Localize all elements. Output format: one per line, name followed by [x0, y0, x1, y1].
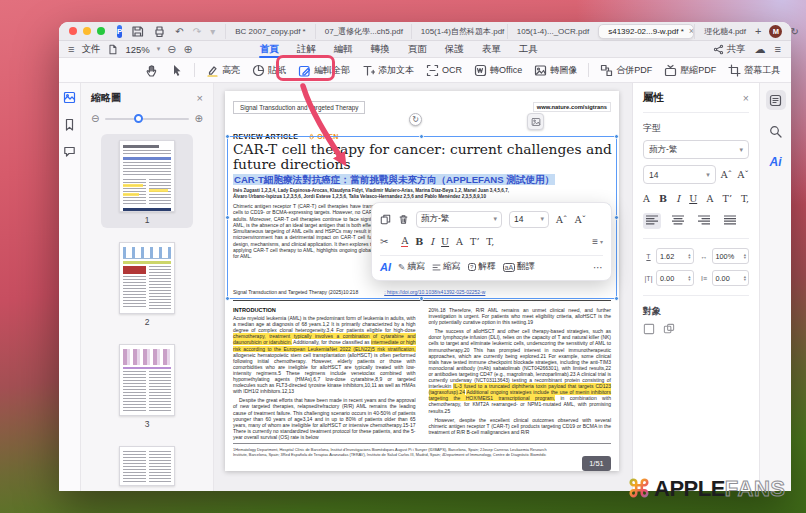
font-color-button[interactable]: A [401, 235, 408, 247]
undo-button[interactable]: ↶ [175, 26, 183, 37]
replace-image-button[interactable] [527, 113, 544, 130]
object-tool-icon[interactable] [663, 323, 675, 335]
duplicate-icon[interactable] [380, 214, 391, 225]
ai-shorten[interactable]: 縮寫 [432, 261, 461, 273]
tab-tools[interactable]: 工具 [510, 41, 547, 58]
line-height-stepper[interactable]: T 1.62 ▴▾ [643, 248, 694, 264]
props-font-size-select[interactable]: 14 ▾ [643, 165, 716, 184]
document-tab[interactable]: 105(1-4)自然科題本.pdf [411, 24, 507, 39]
align-justify-button[interactable] [721, 213, 739, 229]
props-italic-button[interactable]: I [676, 193, 680, 204]
pdf-page[interactable]: Signal Transduction and Targeted Therapy… [225, 91, 619, 471]
align-right-button[interactable] [695, 213, 713, 229]
thumbnail-page-2[interactable]: 2 [101, 236, 193, 330]
panel-toggle-icon[interactable]: ≡ [775, 43, 781, 55]
props-font-color-button[interactable]: A [643, 193, 650, 204]
file-menu[interactable]: 文件 [81, 43, 100, 56]
history-caret[interactable]: ▾ [210, 26, 215, 37]
merge-pdf-tool[interactable]: 合併PDF [600, 64, 652, 77]
decrease-font-button[interactable]: Aˇ [575, 214, 587, 225]
thumbnail-page-1[interactable]: 1 [101, 134, 193, 228]
ai-translate[interactable]: aA翻譯 [503, 261, 535, 273]
italic-button[interactable]: I [430, 236, 434, 247]
print-button[interactable] [153, 25, 166, 38]
ocr-tool[interactable]: OCR [426, 64, 462, 77]
props-underline-button[interactable]: U [689, 193, 697, 204]
char-spacing-stepper[interactable]: |T| 0.00 ▴▾ [643, 270, 694, 286]
highlight-tool[interactable]: 高亮 [206, 64, 240, 77]
document-tab[interactable]: BC 2007_copy.pdf * [225, 24, 315, 39]
rotate-handle-icon[interactable]: ↻ [409, 113, 422, 126]
ai-continue-writing[interactable]: ✎續寫 [398, 261, 425, 273]
share-button[interactable]: 共享 [713, 43, 746, 56]
props-highlight-button[interactable]: A [706, 193, 713, 204]
thumbnail-page-4[interactable] [101, 440, 193, 489]
props-decrease-font-button[interactable]: Aˇ [737, 169, 749, 180]
zoom-level[interactable]: 125% [125, 44, 149, 55]
zoom-out-button[interactable]: ⊖ [167, 43, 176, 56]
props-bold-button[interactable]: B [659, 193, 667, 204]
select-tool-icon[interactable] [170, 64, 183, 77]
ai-explain[interactable]: ?解釋 [468, 261, 496, 273]
hand-tool-icon[interactable] [145, 64, 158, 77]
screen-tool[interactable]: 螢幕工具 [728, 64, 780, 77]
maximize-window-button[interactable] [97, 27, 105, 35]
object-tool-icon[interactable] [643, 323, 655, 335]
document-tab[interactable]: 理化糖4.pdf [694, 24, 755, 39]
align-left-button[interactable] [643, 213, 661, 229]
compress-pdf-tool[interactable]: 壓縮PDF [664, 64, 716, 77]
tab-convert[interactable]: 轉換 [362, 41, 399, 58]
align-center-button[interactable] [669, 213, 687, 229]
document-tab[interactable]: 105(1-4)..._OCR.pdf [507, 24, 598, 39]
redo-button[interactable]: ↷ [193, 26, 201, 37]
minimize-window-button[interactable] [83, 27, 91, 35]
thumbnails-panel-icon[interactable] [63, 91, 76, 104]
zoom-in-button[interactable]: ⊕ [183, 43, 192, 56]
delete-icon[interactable] [398, 214, 409, 225]
avatar[interactable]: M [769, 25, 782, 38]
close-panel-icon[interactable]: × [197, 92, 203, 104]
tab-form[interactable]: 表單 [473, 41, 510, 58]
slider-zoom-in-icon[interactable]: ⊕ [195, 113, 203, 124]
para-spacing-stepper[interactable]: I≡ 0.00 ▴▾ [699, 270, 750, 286]
close-window-button[interactable] [69, 27, 77, 35]
increase-font-button[interactable]: Aˆ [556, 214, 568, 225]
subscript-button[interactable]: T, [486, 236, 494, 247]
doi-link[interactable]: ; https://doi.org/10.1038/s41392-025-022… [384, 289, 485, 295]
sync-icon[interactable]: ↻ [790, 26, 798, 37]
page-view-icon[interactable] [107, 44, 118, 55]
ai-logo[interactable]: AI [380, 261, 391, 273]
save-button[interactable] [131, 25, 144, 38]
search-icon[interactable] [766, 121, 786, 141]
props-subscript-button[interactable]: T, [741, 193, 749, 204]
document-tab[interactable]: 07_選修化學...ch5.pdf [315, 24, 411, 39]
font-family-select[interactable]: 蘋方-繁▾ [416, 211, 502, 228]
more-actions-icon[interactable]: ⋯ [593, 262, 603, 273]
bookmarks-panel-icon[interactable] [63, 118, 76, 131]
document-tab-active[interactable]: s41392-02...9-w.pdf * × [598, 24, 694, 39]
bold-button[interactable]: B [415, 236, 423, 247]
slider-zoom-out-icon[interactable]: ⊖ [91, 113, 99, 124]
convert-office-tool[interactable]: 轉Office [474, 64, 522, 77]
props-superscript-button[interactable]: Tʼ [722, 193, 731, 204]
highlight-color-button[interactable]: A [456, 236, 463, 247]
h-scale-stepper[interactable]: ↔ 100% ▴▾ [699, 248, 750, 264]
cloud-icon[interactable]: ☁ [755, 43, 766, 56]
props-increase-font-button[interactable]: Aˆ [721, 169, 733, 180]
slider-track[interactable] [105, 118, 188, 120]
slider-knob[interactable] [134, 114, 143, 123]
alignment-dropdown[interactable]: ≡▾ [592, 236, 603, 247]
ai-rail-icon[interactable]: Ai [766, 152, 786, 172]
tab-page[interactable]: 頁面 [399, 41, 436, 58]
thumbnail-page-3[interactable]: 3 [101, 338, 193, 432]
zoom-caret-icon[interactable]: ▾ [157, 45, 161, 53]
props-font-family-select[interactable]: 蘋方-繁 ▾ [643, 140, 749, 159]
tab-protect[interactable]: 保護 [436, 41, 473, 58]
new-tab-button[interactable]: + [755, 25, 761, 37]
add-text-tool[interactable]: 添加文本 [362, 64, 414, 77]
convert-image-tool[interactable]: 轉圖像 [534, 64, 577, 77]
close-properties-icon[interactable]: × [743, 92, 749, 104]
superscript-button[interactable]: Tʼ [470, 236, 479, 247]
annotations-panel-icon[interactable] [63, 145, 76, 158]
font-size-select[interactable]: 14▾ [509, 211, 549, 228]
